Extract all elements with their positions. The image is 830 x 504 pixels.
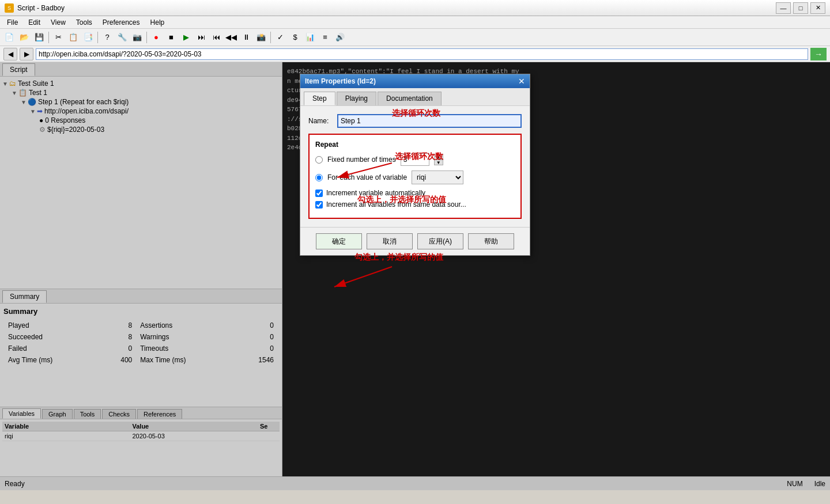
repeat-title: Repeat [315,141,515,149]
toolbar-play-fast[interactable]: ⏭ [194,31,208,44]
menu-bar: File Edit View Tools Preferences Help [0,16,830,29]
spin-up[interactable]: ▲ [434,154,443,160]
help-button[interactable]: 帮助 [468,233,514,249]
toolbar-rewind[interactable]: ⏮ [209,31,223,44]
toolbar-dollar[interactable]: $ [288,31,302,44]
for-each-row: For each value of variable riqi [315,170,515,184]
back-button[interactable]: ◀ [3,48,17,60]
toolbar-cut[interactable]: ✂ [51,31,65,44]
toolbar-pause[interactable]: ⏸ [239,31,253,44]
menu-edit[interactable]: Edit [24,17,45,28]
minimize-button[interactable]: — [776,2,791,14]
modal-tab-documentation[interactable]: Documentation [378,92,442,105]
toolbar-list[interactable]: ≡ [318,31,332,44]
modal-overlay: Item Properties (Id=2) ✕ Step Playing Do… [0,62,830,490]
toolbar-stop[interactable]: ■ [164,31,178,44]
modal-tab-bar: Step Playing Documentation [300,88,530,106]
checkbox-increment-all[interactable] [315,201,323,209]
toolbar-help[interactable]: ? [100,31,114,44]
name-label: Name: [308,117,337,125]
toolbar-table[interactable]: 📊 [303,31,317,44]
toolbar-play[interactable]: ▶ [179,31,193,44]
cancel-button[interactable]: 取消 [367,233,413,249]
modal-body: Name: Repeat Fixed number of times ▲ ▼ [300,106,530,227]
confirm-button[interactable]: 确定 [316,233,362,249]
name-input[interactable] [337,114,522,128]
modal-close-button[interactable]: ✕ [518,77,525,86]
fixed-times-row: Fixed number of times ▲ ▼ [315,153,515,166]
app-title: Script - Badboy [17,4,65,12]
radio-fixed[interactable] [315,156,323,164]
modal-tab-step[interactable]: Step [304,92,335,105]
toolbar-open[interactable]: 📂 [17,31,31,44]
radio-foreach[interactable] [315,174,323,181]
modal-title: Item Properties (Id=2) [305,77,376,85]
checkbox-increment-all-label: Increment all variables from same data s… [326,200,466,209]
forward-button[interactable]: ▶ [20,48,33,60]
modal-title-bar: Item Properties (Id=2) ✕ [300,74,530,88]
menu-view[interactable]: View [46,17,70,28]
fixed-times-label: Fixed number of times [327,156,396,164]
main-container: Script ▼ 🗂 Test Suite 1 ▼ 📋 Test 1 ▼ 🔵 S… [0,62,830,490]
modal-dialog: Item Properties (Id=2) ✕ Step Playing Do… [300,74,530,256]
title-bar: S Script - Badboy — □ ✕ [0,0,830,16]
spin-down[interactable]: ▼ [434,160,443,165]
svg-line-2 [334,267,392,287]
toolbar-screenshot[interactable]: 📸 [254,31,268,44]
repeat-group: Repeat Fixed number of times ▲ ▼ [308,134,522,219]
modal-tab-playing[interactable]: Playing [337,92,376,105]
menu-preferences[interactable]: Preferences [98,17,145,28]
toolbar-new[interactable]: 📄 [2,31,16,44]
modal-footer: 确定 取消 应用(A) 帮助 [300,227,530,255]
checkbox-increment-var[interactable] [315,190,323,197]
toolbar-settings[interactable]: 🔧 [115,31,129,44]
app-icon: S [5,3,14,13]
toolbar-back[interactable]: ◀◀ [224,31,238,44]
name-row: Name: [308,114,522,128]
fixed-times-input[interactable] [401,153,429,166]
toolbar: 📄 📂 💾 ✂ 📋 📑 ? 🔧 📷 ● ■ ▶ ⏭ ⏮ ◀◀ ⏸ 📸 ✓ $ 📊… [0,29,830,46]
apply-button[interactable]: 应用(A) [417,233,463,249]
close-button[interactable]: ✕ [810,2,825,14]
maximize-button[interactable]: □ [793,2,808,14]
go-button[interactable]: → [810,48,827,60]
for-each-label: For each value of variable [327,173,407,181]
toolbar-copy[interactable]: 📋 [66,31,80,44]
menu-tools[interactable]: Tools [71,17,97,28]
toolbar-record-start[interactable]: ● [149,31,163,44]
toolbar-audio[interactable]: 🔊 [333,31,347,44]
var-select[interactable]: riqi [412,170,463,184]
checkbox-increment-var-label: Increment variable automatically [326,189,425,197]
menu-help[interactable]: Help [146,17,169,28]
check-row-0: Increment variable automatically [315,189,515,197]
check-row-1: Increment all variables from same data s… [315,200,515,209]
address-bar: ◀ ▶ → [0,46,830,62]
toolbar-save[interactable]: 💾 [32,31,46,44]
address-input[interactable] [36,48,808,60]
toolbar-camera[interactable]: 📷 [130,31,144,44]
toolbar-check[interactable]: ✓ [273,31,287,44]
toolbar-paste[interactable]: 📑 [81,31,95,44]
menu-file[interactable]: File [2,17,22,28]
